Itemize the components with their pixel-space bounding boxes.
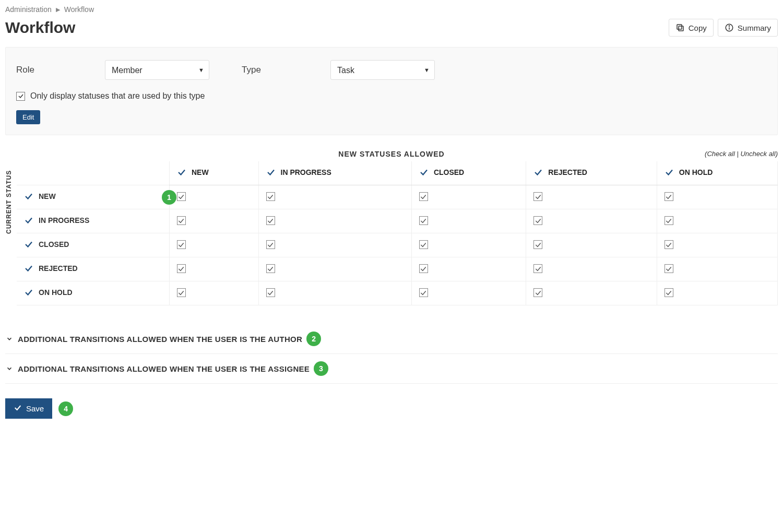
matrix-cell [657,281,777,305]
check-icon[interactable] [266,168,276,177]
chevron-right-icon: ▶ [56,6,60,13]
matrix-cell [657,233,777,257]
transition-checkbox[interactable] [665,216,673,225]
only-used-checkbox[interactable] [16,92,25,101]
check-icon[interactable] [419,168,429,177]
matrix-cell [169,233,258,257]
annotation-badge-4: 4 [58,401,73,416]
role-select[interactable]: Member [105,60,209,80]
column-header-label: CLOSED [434,168,464,176]
transition-checkbox[interactable] [533,216,542,225]
breadcrumb-current: Workflow [64,5,94,14]
info-icon [725,23,734,32]
row-header-label: CLOSED [39,240,69,249]
type-select[interactable]: Task [330,60,435,80]
matrix-cell [411,281,526,305]
page-title: Workflow [5,19,75,37]
transition-checkbox[interactable] [266,192,275,201]
transition-checkbox[interactable] [266,216,275,225]
transition-checkbox[interactable] [177,264,186,273]
breadcrumb-parent[interactable]: Administration [5,5,52,14]
section-author-transitions[interactable]: ADDITIONAL TRANSITIONS ALLOWED WHEN THE … [5,324,778,354]
only-used-label: Only display statuses that are used by t… [30,91,205,101]
matrix-cell [526,257,657,281]
save-button-label: Save [26,404,44,413]
column-header-label: NEW [192,168,209,176]
column-header-label: IN PROGRESS [281,168,331,176]
matrix-cell [411,185,526,209]
check-icon[interactable] [24,192,33,201]
transition-checkbox[interactable] [266,264,275,273]
check-icon[interactable] [24,240,33,249]
matrix-cell [258,185,411,209]
current-status-axis-label: CURRENT STATUS [5,161,17,305]
matrix-cell [258,281,411,305]
column-header: ON HOLD [657,161,777,185]
svg-rect-1 [677,25,682,29]
row-header: NEW1 [17,185,169,209]
row-header: IN PROGRESS [17,209,169,233]
save-button[interactable]: Save [5,398,52,419]
transition-checkbox[interactable] [177,216,186,225]
section-assignee-transitions[interactable]: ADDITIONAL TRANSITIONS ALLOWED WHEN THE … [5,354,778,384]
column-header: CLOSED [411,161,526,185]
transition-checkbox[interactable] [419,192,428,201]
check-icon[interactable] [24,216,33,225]
matrix-cell [411,233,526,257]
matrix-title: NEW STATUSES ALLOWED [5,150,778,158]
transition-checkbox[interactable] [665,192,673,201]
check-all-link[interactable]: Check all [707,150,734,158]
table-row: CLOSED [17,233,778,257]
transition-checkbox[interactable] [266,288,275,297]
matrix-cell [258,257,411,281]
transition-checkbox[interactable] [665,264,673,273]
matrix-cell [411,209,526,233]
check-icon[interactable] [24,288,33,297]
transition-checkbox[interactable] [419,216,428,225]
matrix-cell [526,233,657,257]
transition-checkbox[interactable] [177,192,186,201]
column-header: NEW [169,161,258,185]
filter-panel: Role Member ▼ Type Task ▼ Only display s… [5,47,778,135]
section-assignee-label: ADDITIONAL TRANSITIONS ALLOWED WHEN THE … [18,364,310,373]
transition-checkbox[interactable] [177,288,186,297]
transition-checkbox[interactable] [533,288,542,297]
transition-checkbox[interactable] [533,192,542,201]
transition-checkbox[interactable] [665,240,673,249]
row-header: REJECTED [17,257,169,281]
uncheck-all-link[interactable]: Uncheck all [740,150,775,158]
matrix-cell [169,257,258,281]
check-icon[interactable] [177,168,186,177]
check-icon[interactable] [533,168,543,177]
transition-checkbox[interactable] [266,240,275,249]
table-row: REJECTED [17,257,778,281]
annotation-badge-1: 1 [162,190,176,205]
row-header-label: REJECTED [39,264,78,273]
type-label: Type [242,65,330,75]
summary-button[interactable]: Summary [718,19,778,37]
copy-button-label: Copy [689,23,707,32]
workflow-matrix: NEWIN PROGRESSCLOSEDREJECTEDON HOLD NEW1… [17,161,778,305]
transition-checkbox[interactable] [419,240,428,249]
matrix-cell [526,281,657,305]
transition-checkbox[interactable] [533,240,542,249]
row-header-label: NEW [39,192,56,200]
row-header-label: IN PROGRESS [39,216,89,224]
matrix-cell [657,257,777,281]
copy-button[interactable]: Copy [669,19,714,37]
matrix-cell [258,209,411,233]
column-header: REJECTED [526,161,657,185]
transition-checkbox[interactable] [665,288,673,297]
transition-checkbox[interactable] [177,240,186,249]
check-icon[interactable] [665,168,674,177]
matrix-cell [169,209,258,233]
transition-checkbox[interactable] [533,264,542,273]
breadcrumb: Administration ▶ Workflow [5,5,778,14]
edit-button[interactable]: Edit [16,110,40,124]
check-all-links: (Check all | Uncheck all) [705,150,778,158]
row-header: ON HOLD [17,281,169,305]
table-row: NEW1 [17,185,778,209]
check-icon[interactable] [24,264,33,273]
transition-checkbox[interactable] [419,288,428,297]
transition-checkbox[interactable] [419,264,428,273]
